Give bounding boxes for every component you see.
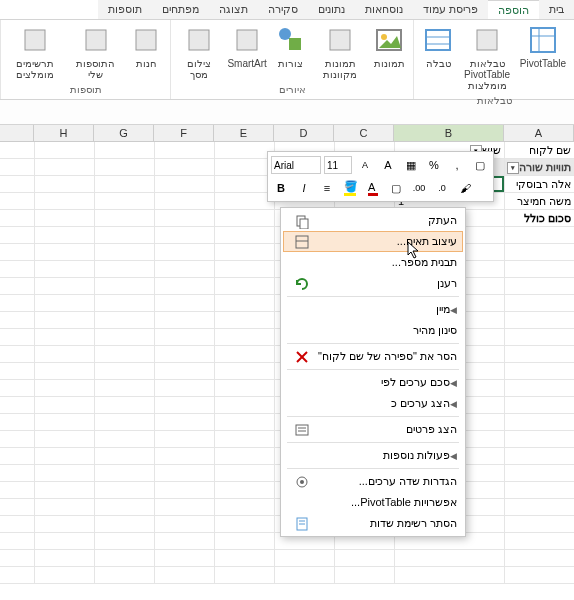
cell[interactable]	[214, 295, 274, 311]
cell[interactable]	[34, 210, 94, 226]
cell[interactable]	[154, 312, 214, 328]
cell[interactable]	[214, 176, 274, 192]
borders-icon[interactable]: ▢	[470, 155, 490, 175]
tab-8[interactable]: תוספות	[98, 0, 152, 19]
ribbon-item[interactable]: צילום מסך	[177, 22, 221, 82]
cell[interactable]	[154, 499, 214, 515]
cell[interactable]	[214, 516, 274, 532]
cell[interactable]	[504, 567, 574, 583]
cell[interactable]	[504, 397, 574, 413]
context-menu-item[interactable]: סינון מהיר	[283, 320, 463, 341]
cell[interactable]	[504, 312, 574, 328]
filter-dropdown-icon[interactable]: ▾	[507, 162, 519, 174]
percent-icon[interactable]: %	[424, 155, 444, 175]
cell[interactable]	[94, 499, 154, 515]
cell[interactable]	[214, 380, 274, 396]
cell[interactable]	[154, 346, 214, 362]
cell[interactable]	[504, 465, 574, 481]
tab-7[interactable]: מפתחים	[152, 0, 209, 19]
cell[interactable]	[94, 465, 154, 481]
italic-button[interactable]: I	[294, 178, 314, 198]
cell[interactable]	[504, 244, 574, 260]
increase-font-icon[interactable]: A	[378, 155, 398, 175]
tab-0[interactable]: בית	[539, 0, 574, 19]
tab-6[interactable]: תצוגה	[209, 0, 258, 19]
cell[interactable]	[214, 363, 274, 379]
col-header[interactable]: E	[213, 125, 273, 141]
cell[interactable]	[154, 533, 214, 549]
cell[interactable]	[94, 516, 154, 532]
context-menu-item[interactable]: הצג פרטים	[283, 419, 463, 440]
ribbon-item[interactable]: צורות	[273, 22, 309, 71]
cell[interactable]	[154, 414, 214, 430]
cell[interactable]	[214, 193, 274, 209]
cell[interactable]	[94, 567, 154, 583]
cell[interactable]	[214, 414, 274, 430]
cell[interactable]	[504, 329, 574, 345]
context-menu-item[interactable]: אפשרויות PivotTable...	[283, 492, 463, 513]
bold-button[interactable]: B	[271, 178, 291, 198]
cell[interactable]	[214, 261, 274, 277]
align-icon[interactable]: ≡	[317, 178, 337, 198]
cell[interactable]	[34, 176, 94, 192]
cell[interactable]	[334, 550, 394, 566]
cell[interactable]	[34, 261, 94, 277]
ribbon-item[interactable]: תרשימים מומלצים	[7, 22, 64, 82]
cell[interactable]	[34, 227, 94, 243]
cell[interactable]	[504, 295, 574, 311]
cell[interactable]	[334, 567, 394, 583]
context-menu-item[interactable]: עיצוב תאים...	[283, 231, 463, 252]
cell[interactable]	[214, 142, 274, 158]
cell[interactable]	[154, 465, 214, 481]
cell[interactable]: סכום כולל	[504, 210, 574, 226]
ribbon-item[interactable]: טבלאות PivotTable מומלצות	[460, 22, 514, 93]
ribbon-item[interactable]: התוספות שלי	[68, 22, 125, 82]
col-header[interactable]: H	[33, 125, 93, 141]
cell[interactable]	[94, 261, 154, 277]
cell[interactable]	[34, 380, 94, 396]
cell[interactable]	[154, 295, 214, 311]
cell[interactable]	[34, 550, 94, 566]
cell[interactable]	[214, 397, 274, 413]
cell[interactable]	[504, 227, 574, 243]
cell[interactable]	[214, 550, 274, 566]
cell[interactable]	[154, 431, 214, 447]
cell[interactable]	[214, 448, 274, 464]
format-painter-icon[interactable]: 🖌	[455, 178, 475, 198]
cell[interactable]	[34, 414, 94, 430]
col-header[interactable]: F	[153, 125, 213, 141]
cell[interactable]	[214, 278, 274, 294]
cell[interactable]	[504, 261, 574, 277]
cell[interactable]	[154, 550, 214, 566]
cell[interactable]	[504, 346, 574, 362]
cell[interactable]	[214, 159, 274, 175]
cell[interactable]	[34, 567, 94, 583]
font-color-icon[interactable]: A	[363, 178, 383, 198]
cell[interactable]	[154, 193, 214, 209]
col-header[interactable]: A	[503, 125, 573, 141]
cell[interactable]	[94, 329, 154, 345]
cell[interactable]	[504, 278, 574, 294]
cell[interactable]	[504, 499, 574, 515]
cell[interactable]	[34, 278, 94, 294]
cell[interactable]	[34, 244, 94, 260]
cell[interactable]	[214, 210, 274, 226]
decrease-decimal-icon[interactable]: .00	[409, 178, 429, 198]
cell[interactable]	[94, 193, 154, 209]
cell[interactable]	[154, 329, 214, 345]
cell[interactable]	[94, 431, 154, 447]
col-header[interactable]: C	[333, 125, 393, 141]
ribbon-item[interactable]: PivotTable	[518, 22, 568, 71]
cell[interactable]	[34, 465, 94, 481]
context-menu-item[interactable]: תבנית מספר...	[283, 252, 463, 273]
context-menu-item[interactable]: העתק	[283, 210, 463, 231]
tab-5[interactable]: סקירה	[258, 0, 308, 19]
merge-cells-icon[interactable]: ▦	[401, 155, 421, 175]
cell[interactable]	[154, 397, 214, 413]
cell[interactable]	[154, 176, 214, 192]
cell[interactable]	[34, 295, 94, 311]
cell[interactable]	[34, 499, 94, 515]
cell[interactable]	[214, 482, 274, 498]
context-menu-item[interactable]: ◀הצג ערכים כ	[283, 393, 463, 414]
cell[interactable]	[154, 159, 214, 175]
